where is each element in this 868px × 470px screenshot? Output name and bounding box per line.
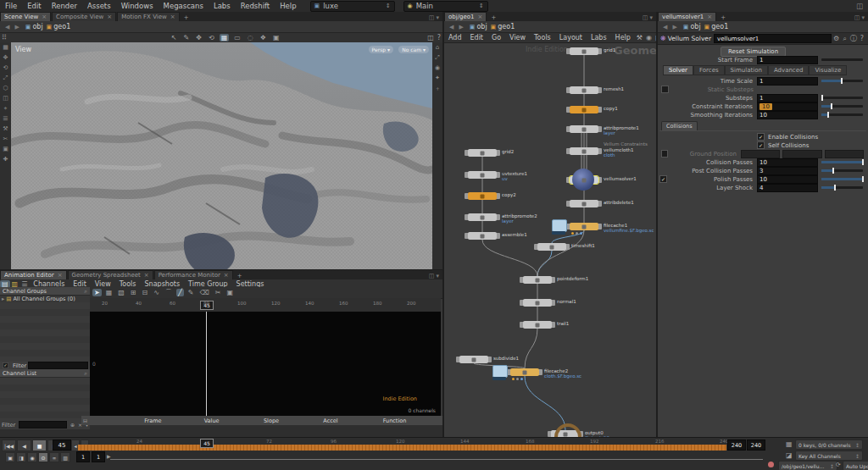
- options-icon[interactable]: ＋: [435, 83, 441, 95]
- scissors-icon[interactable]: ✂: [214, 289, 223, 296]
- camera-menu[interactable]: No cam ▾: [398, 46, 429, 53]
- translate-icon[interactable]: ✥: [194, 34, 203, 41]
- timeline-ruler[interactable]: 24487296120144168192216240: [78, 439, 726, 445]
- display-icon[interactable]: ▣: [3, 144, 8, 154]
- close-icon[interactable]: ×: [707, 14, 712, 20]
- param-slider[interactable]: [821, 80, 863, 82]
- wrench-icon[interactable]: ⚒: [635, 34, 644, 41]
- pointer-icon[interactable]: ➤: [92, 289, 102, 296]
- param-field-polish-passes[interactable]: 10: [757, 175, 818, 184]
- add-key-icon[interactable]: ⊞: [129, 289, 138, 296]
- checkbox-static-substeps[interactable]: [661, 86, 669, 93]
- node-attribdelete1[interactable]: attribdelete1: [570, 200, 598, 207]
- node-vellumsolver1[interactable]: vellumsolver1: [570, 176, 598, 184]
- loop-icon[interactable]: ∞: [49, 452, 59, 462]
- ground-position-field-0[interactable]: [741, 150, 780, 158]
- step-back-icon[interactable]: ◀: [17, 440, 31, 451]
- slider-handle[interactable]: [827, 112, 829, 118]
- ground-position-field-1[interactable]: [782, 150, 821, 158]
- node-copy1[interactable]: copy1: [570, 106, 598, 113]
- anim-tab[interactable]: Performance Monitor×: [154, 270, 233, 279]
- param-tab[interactable]: vellumsolver1×: [658, 12, 716, 21]
- ground-position-field-2[interactable]: [825, 150, 864, 158]
- node-uvtexture1[interactable]: uvtexture1uv: [468, 171, 497, 179]
- snap-toggle-icon[interactable]: ▭: [232, 34, 242, 41]
- net-menu-go[interactable]: Go: [487, 34, 505, 41]
- path-item-geo1[interactable]: ▣geo1: [704, 23, 729, 30]
- shelf-set-dropdown[interactable]: ▣ luxe ↕: [310, 1, 395, 12]
- filter2-input[interactable]: [19, 421, 67, 429]
- range-start-field[interactable]: 1: [76, 451, 90, 462]
- menu-megascans[interactable]: Megascans: [159, 2, 209, 10]
- construction-icon[interactable]: ◌: [246, 34, 255, 41]
- shelf-icon[interactable]: ☰: [3, 113, 8, 124]
- persp-menu[interactable]: Persp ▾: [369, 46, 393, 53]
- char-icon[interactable]: ◉: [644, 34, 654, 41]
- add-icon[interactable]: ✚: [3, 154, 8, 164]
- camera-icon[interactable]: ◉: [435, 63, 440, 73]
- net-menu-layout[interactable]: Layout: [555, 34, 587, 41]
- slider-handle[interactable]: [862, 176, 864, 182]
- close-icon[interactable]: ×: [107, 14, 112, 20]
- snap-icon[interactable]: ⌖: [4, 103, 8, 113]
- param-slider[interactable]: [821, 169, 863, 172]
- node-timeshift1[interactable]: timeshift1: [537, 243, 566, 251]
- param-tab-solver[interactable]: Solver: [663, 65, 693, 75]
- layout-icon[interactable]: ◫: [426, 34, 436, 41]
- menu-edit[interactable]: Edit: [22, 2, 46, 10]
- param-slider[interactable]: [821, 97, 863, 99]
- start-frame-slider[interactable]: [821, 58, 863, 61]
- timeline-playhead-box[interactable]: 45: [200, 439, 214, 448]
- net-menu-add[interactable]: Add: [444, 34, 466, 41]
- checkbox-enable-collisions[interactable]: ✓: [757, 133, 765, 141]
- param-field-post-collision-passes[interactable]: 3: [757, 167, 818, 175]
- back-icon[interactable]: ◀: [660, 24, 670, 30]
- node-trail1[interactable]: trail1: [523, 321, 552, 329]
- search-icon[interactable]: ⌕: [84, 370, 87, 377]
- slider-handle[interactable]: [841, 78, 843, 84]
- anim-options-icon[interactable]: ▣: [5, 452, 15, 462]
- frame-view-icon[interactable]: ⤢: [435, 53, 440, 63]
- grip-icon[interactable]: ⠿: [0, 34, 8, 41]
- node-subdivide1[interactable]: subdivide1: [459, 356, 488, 363]
- pose-icon[interactable]: ⬡: [3, 83, 8, 93]
- filecache-load-toggle[interactable]: [492, 365, 508, 378]
- grid-toggle-icon[interactable]: ▣: [271, 34, 281, 41]
- param-tab-simulation[interactable]: Simulation: [725, 65, 768, 75]
- pencil-icon[interactable]: ✎: [186, 289, 196, 296]
- lasso-icon[interactable]: ✎: [182, 34, 192, 41]
- forward-icon[interactable]: ▶: [12, 24, 21, 30]
- help-icon[interactable]: ?: [859, 35, 865, 42]
- rotate-tool-icon[interactable]: ⟲: [207, 34, 216, 41]
- realtime-icon[interactable]: ⊙: [38, 452, 48, 462]
- select-icon[interactable]: ▦: [3, 42, 8, 53]
- checkbox-self-collisions[interactable]: ✓: [757, 141, 765, 149]
- menu-labs[interactable]: Labs: [209, 2, 236, 10]
- node-attribpromote1[interactable]: attribpromote1layer: [570, 125, 598, 133]
- desktop-dropdown[interactable]: ◉ Main ↕: [403, 1, 488, 12]
- del-key-icon[interactable]: ⊟: [141, 289, 150, 296]
- help-icon[interactable]: ?: [436, 34, 442, 41]
- range-slider[interactable]: [110, 459, 763, 460]
- cut-icon[interactable]: ✂: [3, 134, 8, 144]
- network-tab[interactable]: obj/geo1×: [444, 12, 487, 21]
- footer-lock-icon[interactable]: ⊟: [81, 417, 144, 423]
- close-icon[interactable]: ×: [224, 272, 229, 279]
- slider-handle[interactable]: [834, 185, 836, 191]
- param-field-collision-passes[interactable]: 10: [757, 158, 818, 167]
- back-icon[interactable]: ◀: [447, 24, 456, 30]
- param-tab-advanced[interactable]: Advanced: [768, 65, 810, 75]
- filter-add-icon[interactable]: ⊕: [69, 422, 76, 428]
- node-filecache1[interactable]: filecache1vellumfine.$F.bgeo.sc: [570, 223, 598, 230]
- menu-assets[interactable]: Assets: [82, 2, 116, 10]
- scene-tab[interactable]: Scene View×: [0, 12, 51, 21]
- current-frame-field[interactable]: 45: [53, 440, 71, 451]
- timeline-range-bar[interactable]: [78, 445, 726, 451]
- search-icon[interactable]: ⌕: [841, 35, 848, 43]
- anim-tab[interactable]: Animation Editor×: [0, 270, 67, 279]
- start-frame-field[interactable]: 1: [757, 56, 818, 64]
- close-icon[interactable]: ×: [144, 272, 149, 279]
- slider-handle[interactable]: [831, 103, 832, 109]
- gear-icon[interactable]: ⚙: [832, 35, 841, 42]
- param-tab-visualize[interactable]: Visualize: [809, 65, 847, 75]
